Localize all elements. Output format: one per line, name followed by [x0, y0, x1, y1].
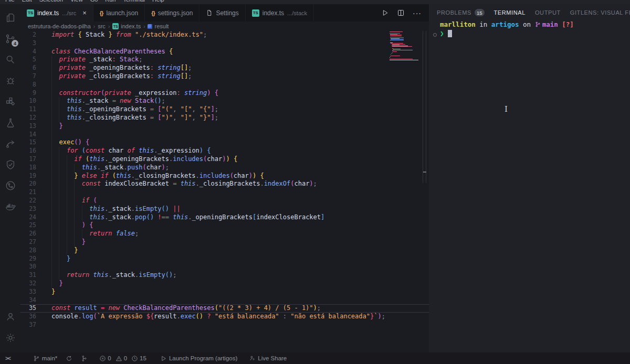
editor-scrollbar[interactable] — [423, 31, 426, 183]
menu-view[interactable]: View — [70, 0, 83, 3]
code-line-22[interactable]: 22 if ( — [20, 197, 429, 205]
breadcrumb-file[interactable]: TSindex.ts — [112, 23, 141, 29]
code-line-25[interactable]: 25 ) { — [20, 221, 429, 230]
code-line-35[interactable]: 35const result = new CheckBalancedParent… — [20, 304, 429, 313]
code-line-34[interactable]: 34 — [20, 296, 429, 305]
menu-run[interactable]: Run — [105, 0, 116, 3]
code-line-26[interactable]: 26 return false; — [20, 230, 429, 238]
menu-help[interactable]: Help — [152, 0, 164, 3]
code-line-16[interactable]: 16 for (const char of this._expression) … — [20, 147, 429, 155]
tab-launch-json[interactable]: {} launch.json — [93, 4, 145, 22]
line-number: 35 — [20, 304, 36, 313]
code-line-8[interactable]: 8 — [20, 81, 429, 89]
settings-gear-icon[interactable] — [0, 327, 20, 348]
line-number: 27 — [20, 238, 36, 247]
indent-guide — [51, 180, 52, 188]
indent-guide — [51, 197, 52, 205]
code-line-27[interactable]: 27 } — [20, 238, 429, 247]
code-line-37[interactable]: 37 — [20, 321, 429, 329]
code-line-28[interactable]: 28 } — [20, 247, 429, 255]
remote-indicator[interactable]: >< — [5, 355, 10, 361]
tab-index-ts-stack[interactable]: TS index.ts .../stack — [246, 4, 314, 22]
code-line-5[interactable]: 5 private _stack: Stack; — [20, 56, 429, 64]
live-share-button[interactable]: Live Share — [249, 355, 287, 362]
code-editor[interactable]: 2import { Stack } from "./stack/index.ts… — [20, 31, 429, 352]
code-line-6[interactable]: 6 private _openingBrackets: string[]; — [20, 64, 429, 72]
panel-tab-bar: PROBLEMS 15 TERMINAL OUTPUT GITLENS: VIS… — [429, 4, 630, 18]
tab-problems[interactable]: PROBLEMS 15 — [437, 9, 485, 16]
more-actions-icon[interactable]: ··· — [413, 9, 422, 17]
breadcrumb-folder[interactable]: estrutura-de-dados-pilha — [28, 23, 91, 29]
explorer-icon[interactable] — [0, 7, 20, 28]
gitlens-status-button[interactable] — [81, 355, 88, 362]
code-line-21[interactable]: 21 — [20, 188, 429, 197]
problems-status[interactable]: 0 0 15 — [99, 355, 146, 362]
launch-program-button[interactable]: Launch Program (artigos) — [160, 355, 237, 362]
branch-indicator[interactable]: main* — [33, 355, 57, 362]
tab-terminal[interactable]: TERMINAL — [494, 9, 526, 16]
terminal[interactable]: marlliton in artigos on main [?] ❯ I — [429, 18, 630, 352]
tab-settings[interactable]: Settings — [200, 4, 245, 22]
indent-guide — [51, 122, 52, 131]
indent-guide — [74, 180, 75, 188]
code-line-12[interactable]: 12 this._closingBrackets = [")", "]", "}… — [20, 114, 429, 122]
menu-go[interactable]: Go — [90, 0, 98, 3]
code-line-29[interactable]: 29 } — [20, 255, 429, 263]
indent-guide — [59, 114, 59, 122]
extensions-icon[interactable] — [0, 91, 20, 112]
tab-settings-json[interactable]: {} settings.json — [145, 4, 200, 22]
code-line-18[interactable]: 18 this._stack.push(char); — [20, 164, 429, 172]
code-line-30[interactable]: 30 — [20, 263, 429, 271]
code-line-31[interactable]: 31 return this._stack.isEmpty(); — [20, 271, 429, 280]
code-line-2[interactable]: 2import { Stack } from "./stack/index.ts… — [20, 31, 429, 39]
sync-button[interactable] — [66, 355, 72, 362]
code-line-20[interactable]: 20 const indexCloseBracket = this._closi… — [20, 180, 429, 188]
indent-guide — [51, 131, 52, 139]
code-line-23[interactable]: 23 this._stack.isEmpty() || — [20, 205, 429, 213]
testing-icon[interactable] — [0, 112, 20, 133]
code-line-33[interactable]: 33} — [20, 288, 429, 296]
code-line-4[interactable]: 4class CheckBalancedParentheses { — [20, 48, 429, 56]
live-share-icon[interactable] — [0, 133, 20, 154]
split-editor-icon[interactable] — [397, 9, 405, 17]
git-graph-icon[interactable] — [0, 175, 20, 196]
indent-guide — [51, 97, 52, 105]
indent-guide — [51, 147, 52, 155]
breadcrumb-symbol[interactable]: result — [148, 23, 169, 29]
menu-file[interactable]: File — [5, 0, 15, 3]
docker-icon[interactable] — [0, 196, 20, 217]
indent-guide — [51, 230, 52, 238]
code-line-9[interactable]: 9 constructor(private _expression: strin… — [20, 89, 429, 98]
menu-edit[interactable]: Edit — [22, 0, 32, 3]
tab-gitlens-history[interactable]: GITLENS: VISUAL FILE HISTORY — [570, 9, 630, 16]
indent-guide — [51, 81, 52, 89]
command-decoration-icon[interactable] — [433, 33, 437, 37]
run-debug-icon[interactable] — [0, 70, 20, 91]
code-line-10[interactable]: 10 this._stack = new Stack(); — [20, 97, 429, 105]
code-line-36[interactable]: 36console.log(`A expressão ${result.exec… — [20, 313, 429, 321]
code-line-15[interactable]: 15 exec() { — [20, 138, 429, 147]
tab-title: settings.json — [158, 9, 193, 17]
menu-terminal[interactable]: Terminal — [123, 0, 145, 3]
run-file-icon[interactable] — [381, 9, 389, 17]
json-file-icon: {} — [151, 10, 155, 16]
breadcrumb-src[interactable]: src — [98, 23, 106, 29]
code-line-19[interactable]: 19 } else if (this._closingBrackets.incl… — [20, 172, 429, 180]
code-line-14[interactable]: 14 — [20, 131, 429, 139]
gitlens-icon[interactable] — [0, 154, 20, 175]
close-icon[interactable]: × — [82, 9, 87, 17]
source-control-icon[interactable]: 4 — [0, 28, 20, 49]
tab-output[interactable]: OUTPUT — [535, 9, 561, 16]
code-line-11[interactable]: 11 this._openingBrackets = ["(", "[", "{… — [20, 105, 429, 114]
minimap[interactable] — [390, 31, 421, 61]
menu-selection[interactable]: Selection — [39, 0, 63, 3]
search-icon[interactable] — [0, 49, 20, 70]
code-line-7[interactable]: 7 private _closingBrackets: string[]; — [20, 72, 429, 81]
code-line-32[interactable]: 32 } — [20, 280, 429, 288]
tab-index-ts-src[interactable]: TS index.ts .../src × — [20, 4, 93, 22]
code-line-24[interactable]: 24 this._stack.pop() !== this._openingBr… — [20, 213, 429, 222]
code-line-3[interactable]: 3 — [20, 39, 429, 48]
code-line-13[interactable]: 13 } — [20, 122, 429, 131]
code-line-17[interactable]: 17 if (this._openingBrackets.includes(ch… — [20, 155, 429, 164]
accounts-icon[interactable] — [0, 306, 20, 327]
